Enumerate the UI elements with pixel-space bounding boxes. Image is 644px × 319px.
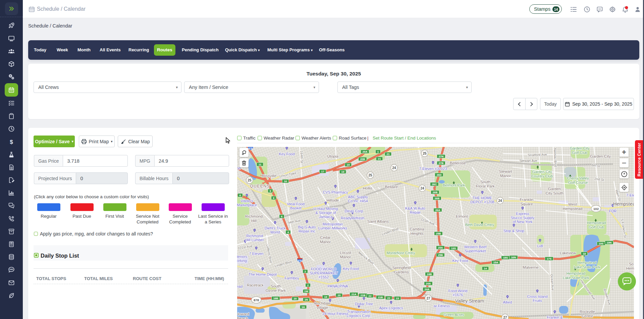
svg-text:Key Food: Key Food [279,152,294,156]
svg-text:Hollis: Hollis [363,186,372,190]
svg-text:So: So [629,262,634,266]
svg-text:Montefiore Cmtry: Montefiore Cmtry [387,251,415,255]
svg-text:CVS Pharmacy: CVS Pharmacy [323,190,348,194]
svg-text:Country Club: Country Club [531,174,553,178]
svg-text:Hempstead: Hempstead [578,261,596,265]
svg-text:West: West [568,202,577,206]
svg-text:Garden City: Garden City [590,154,611,158]
svg-text:SMS: SMS [9,268,13,270]
svg-text:7 Eleven: 7 Eleven [249,252,264,256]
svg-text:Cedar: Cedar [320,235,330,240]
svg-text:Linden Blvd: Linden Blvd [274,260,292,268]
svg-text:Beach: Beach [237,316,248,319]
svg-text:101st Ave: 101st Ave [237,244,253,250]
svg-text:working: working [237,259,247,263]
svg-text:Cherry Valley: Cherry Valley [567,176,589,180]
svg-text:Elmont: Elmont [456,214,468,218]
svg-text:Green Acres: Green Acres [443,313,464,317]
svg-text:Beth David Cmtry: Beth David Cmtry [465,223,494,227]
svg-text:Village: Village [317,306,328,310]
svg-text:Ozone Park: Ozone Park [266,288,286,293]
svg-text:Farmboy: Farmboy [284,276,299,280]
svg-text:DEPOT #1208: DEPOT #1208 [470,200,494,204]
svg-text:Metropolitan: Metropolitan [323,222,343,226]
svg-text:World: World [270,230,280,234]
svg-text:read: read [237,284,243,288]
svg-text:Manor: Manor [340,255,351,259]
svg-text:Floral Park: Floral Park [476,184,495,188]
svg-text:Transportation: Transportation [347,310,371,314]
svg-text:Golf Course: Golf Course [568,180,588,184]
svg-text:Saint Albans: Saint Albans [367,219,389,223]
svg-text:Hill: Hill [251,219,257,223]
svg-text:Gardens: Gardens [394,270,409,274]
svg-text:Fruits: Fruits [533,299,542,303]
svg-text:Hillside: Hillside [326,198,339,202]
svg-text:Jamaica: Jamaica [319,215,333,219]
svg-text:Nassau Blvd: Nassau Blvd [553,148,557,167]
svg-text:THE HOME: THE HOME [473,196,492,200]
svg-text:K&A W Auto: K&A W Auto [405,206,425,210]
svg-text:ar Fitness: ar Fitness [434,304,450,308]
svg-text:Bellerose: Bellerose [450,161,466,165]
svg-text:Union Tpke: Union Tpke [279,171,297,178]
svg-text:Belmont Park: Belmont Park [443,183,465,187]
svg-text:7-Ele: 7-Ele [626,193,634,197]
svg-text:Repair Inc: Repair Inc [299,229,316,233]
svg-text:PANALPINA: PANALPINA [328,284,348,288]
svg-text:Logistics Corp.: Logistics Corp. [347,314,371,318]
svg-text:Marketplace: Marketplace [237,203,257,207]
svg-text:Richmond: Richmond [245,214,263,218]
svg-text:Valley Stream: Valley Stream [455,298,484,304]
svg-text:QUEENS: QUEENS [250,184,270,189]
svg-text:City South: City South [545,191,563,195]
svg-text:U-Haul Moving: U-Haul Moving [314,207,338,211]
svg-text:Centre: Centre [582,314,593,318]
svg-text:Hempstead: Hempstead [587,221,606,225]
svg-text:ReadyRefresh: ReadyRefresh [341,216,364,220]
svg-text:Springfield: Springfield [392,266,411,270]
svg-text:Allied: Allied [503,300,512,304]
svg-text:Cross Island: Cross Island [527,295,547,299]
svg-text:Stucco Supply: Stucco Supply [511,216,535,220]
svg-text:Western Beef: Western Beef [464,245,487,249]
svg-text:Utopia: Utopia [327,154,338,158]
svg-text:Rockville: Rockville [580,310,595,314]
svg-text:Big G Auto: Big G Auto [298,225,316,229]
svg-text:Stratford Ave: Stratford Ave [528,153,547,157]
svg-text:S Franklin St: S Franklin St [620,218,627,238]
svg-text:Hempstead: Hempstead [567,271,585,275]
svg-text:164th St: 164th St [300,151,304,163]
svg-text:Apex Logistics: Apex Logistics [379,306,403,310]
svg-text:Hemp: Hemp [626,266,634,270]
svg-text:SUPERMARKET: SUPERMARKET [310,271,338,275]
svg-text:Co Inc #454: Co Inc #454 [348,199,368,203]
svg-text:Ideal Food: Ideal Food [287,202,305,206]
svg-text:Blissville: Blissville [262,174,276,178]
svg-text:Golf Club: Golf Club [572,151,587,155]
svg-text:115th Ave: 115th Ave [420,217,435,226]
svg-text:Dollar Tree: Dollar Tree [355,302,373,306]
svg-text:Lumber-Millworks: Lumber-Millworks [318,226,347,230]
svg-text:#1552: #1552 [319,275,329,279]
svg-text:Key Food: Key Food [452,259,468,263]
svg-text:Malverne: Malverne [523,265,538,269]
svg-text:Linden Blvd: Linden Blvd [381,227,399,236]
svg-text:Garden: Garden [548,187,561,191]
svg-text:Manor: Manor [500,174,511,178]
svg-text:#1676: #1676 [453,293,463,297]
svg-text:& Storage of: & Storage of [315,211,336,215]
svg-text:Express: Express [516,212,529,216]
svg-text:Golf Club: Golf Club [589,225,604,229]
svg-text:Hill Lumber: Hill Lumber [245,238,264,242]
svg-text:Basket: Basket [290,206,302,210]
svg-text:Lidl: Lidl [537,244,543,248]
svg-text:Frankel &: Frankel & [547,315,563,319]
svg-text:Square: Square [520,202,533,206]
svg-text:South: South [271,284,281,288]
svg-text:Hempstead: Hempstead [613,201,634,207]
svg-text:Franklin: Franklin [520,198,534,202]
svg-text:Merrick Blvd: Merrick Blvd [358,251,374,265]
svg-text:Lake State Park: Lake State Park [574,265,600,269]
svg-text:Key Food: Key Food [343,267,359,271]
